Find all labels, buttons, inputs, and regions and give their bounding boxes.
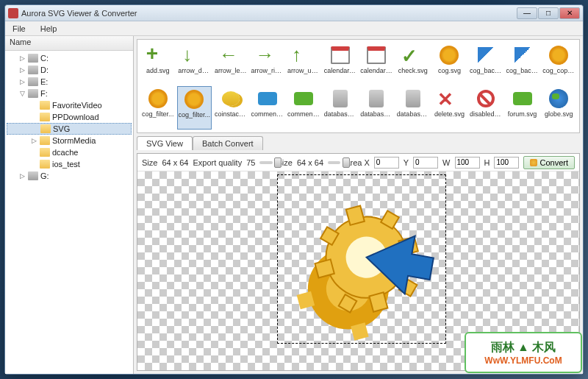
db-icon (362, 87, 390, 110)
up-icon: ↑ (290, 43, 318, 67)
tree-label: dcache (52, 148, 78, 157)
tree-item-g[interactable]: ▷G: (7, 170, 132, 182)
file-item[interactable]: cog_copy... (541, 43, 576, 85)
file-label: database_... (397, 110, 429, 118)
folder-icon (40, 101, 50, 110)
file-label: cog_filter... (179, 111, 211, 118)
tree-label: E: (40, 77, 48, 86)
close-button[interactable]: ✕ (559, 7, 580, 19)
file-label: forum.svg (508, 110, 537, 118)
tree-label: D: (40, 65, 49, 74)
file-grid[interactable]: +add.svg↓arrow_do...←arrow_left...→arrow… (137, 39, 580, 133)
preview-image (270, 183, 447, 359)
svg-rect-10 (315, 259, 334, 277)
tree-label: C: (40, 54, 49, 63)
file-label: cog_copy... (542, 67, 575, 74)
menu-help[interactable]: Help (36, 23, 62, 35)
area-h-label: H (484, 158, 490, 167)
convert-button[interactable]: Convert (523, 156, 575, 169)
file-item[interactable]: database_... (359, 86, 394, 130)
tree-item-d[interactable]: ▷D: (7, 64, 132, 76)
file-item[interactable]: ↓arrow_do... (177, 43, 212, 85)
tree-item-favoritevideo[interactable]: FavoriteVideo (7, 99, 132, 111)
file-item[interactable]: comment... (250, 86, 285, 130)
tree-item-svg[interactable]: SVG (7, 123, 132, 135)
tree-item-iostest[interactable]: ios_test (7, 158, 132, 170)
tree-toggle-icon[interactable]: ▷ (18, 66, 26, 74)
minimize-button[interactable]: — (517, 7, 537, 19)
folder-icon (40, 160, 50, 169)
tree-label: ios_test (52, 160, 80, 169)
file-item[interactable]: ✓check.svg (395, 43, 431, 85)
file-item[interactable]: database_... (395, 86, 431, 130)
tree-item-ppdownload[interactable]: PPDownload (7, 111, 132, 123)
folder-sidebar: Name ▷C:▷D:▷E:▽F:FavoriteVideoPPDownload… (5, 36, 134, 374)
tree-item-c[interactable]: ▷C: (7, 52, 132, 64)
file-label: cog_filter... (142, 110, 174, 118)
cal-icon (362, 43, 390, 67)
quality-slider[interactable] (259, 161, 272, 164)
size-slider[interactable] (328, 161, 340, 164)
tree-label: FavoriteVideo (52, 101, 102, 110)
area-y-input[interactable] (413, 157, 438, 169)
cog-icon (144, 87, 172, 110)
tree-item-e[interactable]: ▷E: (7, 76, 132, 88)
menu-file[interactable]: File (8, 23, 30, 35)
maximize-button[interactable]: □ (538, 7, 559, 19)
file-item[interactable]: coinstack... (213, 86, 248, 130)
tree-toggle-icon[interactable]: ▽ (18, 90, 26, 97)
file-item[interactable]: ←arrow_left... (213, 43, 248, 85)
file-item[interactable]: calendar_... (359, 43, 394, 85)
x-icon: ✕ (435, 87, 463, 110)
controls-bar: Size 64 x 64 Export quality 75 Size 64 x… (137, 154, 579, 171)
file-item[interactable]: comment... (286, 86, 321, 130)
folder-icon (40, 124, 51, 133)
file-item[interactable]: cog_back... (468, 43, 503, 85)
file-label: coinstack... (215, 110, 247, 118)
svg-rect-9 (369, 292, 387, 311)
tree-toggle-icon[interactable]: ▷ (18, 172, 26, 180)
file-item[interactable]: database... (323, 86, 358, 130)
file-item[interactable]: ✕delete.svg (432, 86, 467, 130)
file-label: calendar_... (360, 67, 392, 74)
tree-toggle-icon[interactable]: ▷ (18, 78, 26, 85)
file-label: comment... (251, 110, 284, 118)
area-w-input[interactable] (455, 157, 480, 169)
file-item[interactable]: cog_filter... (177, 86, 212, 130)
tree-label: F: (40, 89, 48, 98)
app-window: Aurora SVG Viewer & Converter — □ ✕ File… (4, 4, 584, 375)
file-item[interactable]: globe.svg (541, 86, 576, 130)
area-x-input[interactable] (374, 157, 399, 169)
file-item[interactable]: cog_back... (505, 43, 540, 85)
file-label: add.svg (146, 67, 170, 74)
tree-toggle-icon[interactable]: ▷ (30, 137, 37, 144)
file-label: globe.svg (545, 110, 573, 118)
tab-svg-view[interactable]: SVG View (137, 136, 193, 150)
file-item[interactable]: cog_filter... (140, 86, 176, 130)
file-item[interactable]: →arrow_rig... (250, 43, 285, 85)
file-item[interactable]: forum.svg (505, 86, 540, 130)
area-h-input[interactable] (494, 157, 519, 169)
comment-g-icon (509, 87, 537, 110)
area-y-label: Y (404, 158, 409, 167)
tree-toggle-icon[interactable]: ▷ (18, 54, 26, 62)
file-item[interactable]: +add.svg (140, 43, 176, 85)
titlebar[interactable]: Aurora SVG Viewer & Converter — □ ✕ (5, 5, 583, 21)
file-item[interactable]: ↑arrow_up... (286, 43, 321, 85)
file-label: calendar.s... (324, 67, 356, 74)
cog-icon (180, 88, 208, 111)
folder-tree[interactable]: ▷C:▷D:▷E:▽F:FavoriteVideoPPDownloadSVG▷S… (5, 51, 133, 374)
file-item[interactable]: cog.svg (432, 43, 467, 85)
sidebar-header[interactable]: Name (5, 36, 133, 51)
menubar: File Help (5, 21, 583, 36)
tab-batch-convert[interactable]: Batch Convert (193, 136, 263, 150)
tree-item-dcache[interactable]: dcache (7, 146, 132, 158)
watermark-badge: 雨林 ▲ 木风 WwW.YLMFU.CoM (465, 332, 582, 373)
watermark-line1: 雨林 ▲ 木风 (491, 340, 556, 355)
file-item[interactable]: disabled.s... (468, 86, 503, 130)
tree-item-f[interactable]: ▽F: (7, 88, 132, 99)
size-label: Size (142, 158, 157, 167)
file-item[interactable]: calendar.s... (323, 43, 358, 85)
tree-item-stormmedia[interactable]: ▷StormMedia (7, 135, 132, 146)
quality-value: 75 (246, 158, 255, 167)
